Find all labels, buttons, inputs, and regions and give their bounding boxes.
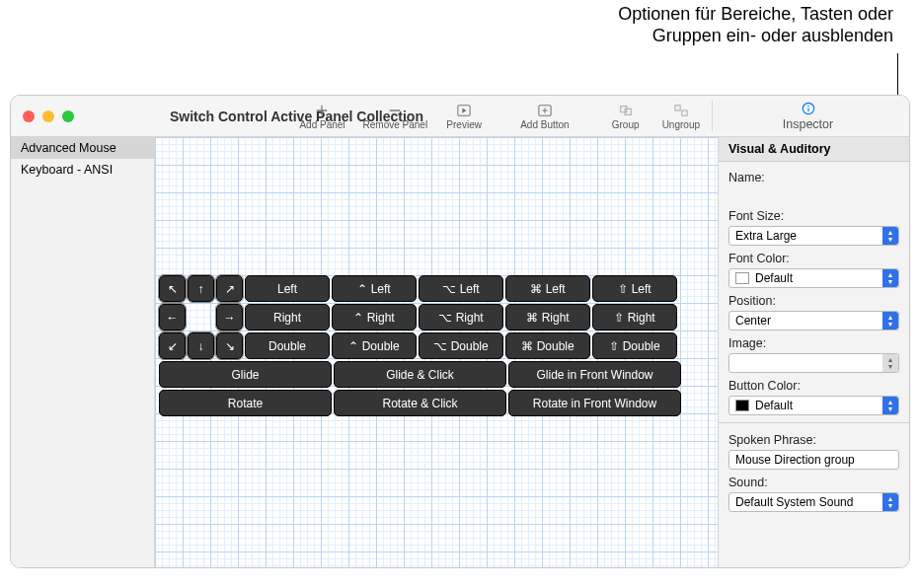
select-stepper-icon: ▴▾ (882, 312, 898, 330)
position-value: Center (735, 314, 771, 328)
button-color-swatch (735, 400, 749, 411)
preview-label: Preview (446, 119, 482, 130)
close-button[interactable] (23, 110, 35, 122)
dir-nw-button[interactable]: ↖ (159, 275, 186, 302)
svg-rect-5 (682, 110, 687, 115)
sidebar-item-advanced-mouse[interactable]: Advanced Mouse (11, 137, 154, 159)
select-stepper-icon: ▴▾ (882, 227, 898, 245)
group-icon (617, 103, 635, 118)
traffic-lights (11, 110, 164, 122)
rotate-front-button[interactable]: Rotate in Front Window (508, 390, 681, 416)
group-button[interactable]: Group (601, 103, 651, 130)
shift-right-button[interactable]: ⇧ Right (592, 304, 677, 331)
glide-button[interactable]: Glide (159, 361, 332, 388)
minus-icon (386, 103, 404, 118)
inspector-header: Visual & Auditory (719, 137, 909, 162)
svg-point-7 (807, 106, 808, 107)
image-select[interactable]: ▴▾ (728, 353, 899, 373)
dir-s-button[interactable]: ↓ (188, 332, 214, 359)
left-button[interactable]: Left (245, 275, 330, 302)
opt-left-button[interactable]: ⌥ Left (419, 275, 503, 302)
add-button-button[interactable]: Add Button (514, 103, 574, 130)
dir-w-button[interactable]: ← (159, 304, 186, 331)
select-stepper-icon: ▴▾ (882, 354, 898, 372)
cmd-left-button[interactable]: ⌘ Left (505, 275, 590, 302)
glide-click-button[interactable]: Glide & Click (334, 361, 506, 388)
position-label: Position: (728, 294, 899, 308)
dir-sw-button[interactable]: ↙ (159, 332, 186, 359)
font-color-select[interactable]: Default ▴▾ (728, 268, 899, 288)
button-color-select[interactable]: Default ▴▾ (728, 396, 899, 415)
titlebar: Switch Control Active Panel Collection A… (11, 96, 909, 137)
sound-select[interactable]: Default System Sound ▴▾ (728, 492, 899, 512)
spoken-phrase-value: Mouse Direction group (735, 453, 855, 467)
dir-se-button[interactable]: ↘ (216, 332, 243, 359)
font-size-label: Font Size: (728, 209, 899, 223)
double-button[interactable]: Double (245, 332, 330, 359)
preview-icon (455, 103, 473, 118)
inspector-divider (719, 422, 909, 423)
right-button[interactable]: Right (245, 304, 330, 331)
svg-rect-4 (675, 105, 680, 110)
sidebar-item-keyboard-ansi[interactable]: Keyboard - ANSI (11, 159, 154, 181)
callout-leader (897, 53, 898, 97)
inspector-button[interactable]: Inspector (712, 101, 903, 131)
button-color-value: Default (755, 399, 793, 412)
shift-double-button[interactable]: ⇧ Double (592, 332, 677, 359)
button-color-label: Button Color: (728, 379, 899, 393)
rotate-click-button[interactable]: Rotate & Click (334, 390, 506, 416)
name-label: Name: (728, 171, 899, 184)
ctrl-double-button[interactable]: ⌃ Double (332, 332, 417, 359)
spoken-phrase-input[interactable]: Mouse Direction group (728, 450, 899, 470)
callout-line2: Gruppen ein- oder ausblenden (618, 25, 893, 46)
dir-e-button[interactable]: → (216, 304, 243, 331)
spoken-label: Spoken Phrase: (728, 433, 899, 447)
preview-button[interactable]: Preview (439, 103, 489, 130)
font-size-value: Extra Large (735, 229, 797, 243)
plus-icon (313, 103, 331, 118)
font-color-label: Font Color: (728, 252, 899, 265)
add-panel-label: Add Panel (299, 119, 345, 130)
select-stepper-icon: ▴▾ (882, 269, 898, 287)
callout-line1: Optionen für Bereiche, Tasten oder (618, 3, 893, 25)
cmd-right-button[interactable]: ⌘ Right (505, 304, 590, 331)
sidebar: Advanced Mouse Keyboard - ANSI (11, 137, 155, 567)
glide-front-button[interactable]: Glide in Front Window (508, 361, 681, 388)
remove-panel-button[interactable]: Remove Panel (357, 103, 434, 130)
info-icon (800, 101, 817, 116)
group-label: Group (612, 119, 640, 130)
inspector-label: Inspector (783, 117, 833, 131)
font-color-value: Default (755, 271, 793, 285)
add-panel-button[interactable]: Add Panel (293, 103, 350, 130)
shift-left-button[interactable]: ⇧ Left (592, 275, 677, 302)
ungroup-icon (672, 103, 690, 118)
dir-ne-button[interactable]: ↗ (216, 275, 243, 302)
image-label: Image: (728, 336, 899, 350)
sound-value: Default System Sound (735, 495, 853, 509)
callout-text: Optionen für Bereiche, Tasten oder Grupp… (618, 3, 893, 46)
opt-double-button[interactable]: ⌥ Double (419, 332, 503, 359)
panel-buttons: ↖ ↑ ↗ Left ⌃ Left ⌥ Left ⌘ Left ⇧ Left ←… (159, 275, 681, 416)
ctrl-left-button[interactable]: ⌃ Left (332, 275, 417, 302)
zoom-button[interactable] (62, 110, 74, 122)
inspector-panel: Visual & Auditory Name: Font Size: Extra… (718, 137, 909, 567)
rotate-button[interactable]: Rotate (159, 390, 332, 416)
name-value (728, 187, 899, 203)
font-color-swatch (735, 272, 749, 284)
sound-label: Sound: (728, 476, 899, 489)
ungroup-label: Ungroup (662, 119, 700, 130)
cmd-double-button[interactable]: ⌘ Double (505, 332, 590, 359)
dir-n-button[interactable]: ↑ (188, 275, 214, 302)
ctrl-right-button[interactable]: ⌃ Right (332, 304, 417, 331)
add-button-label: Add Button (520, 119, 569, 130)
select-stepper-icon: ▴▾ (882, 397, 898, 414)
remove-panel-label: Remove Panel (363, 119, 428, 130)
canvas[interactable]: ↖ ↑ ↗ Left ⌃ Left ⌥ Left ⌘ Left ⇧ Left ←… (155, 137, 718, 567)
minimize-button[interactable] (42, 110, 54, 122)
font-size-select[interactable]: Extra Large ▴▾ (728, 226, 899, 246)
window-body: Advanced Mouse Keyboard - ANSI ↖ ↑ ↗ Lef… (11, 137, 909, 567)
ungroup-button[interactable]: Ungroup (656, 103, 706, 130)
position-select[interactable]: Center ▴▾ (728, 311, 899, 331)
opt-right-button[interactable]: ⌥ Right (419, 304, 503, 331)
window: Switch Control Active Panel Collection A… (10, 95, 910, 568)
